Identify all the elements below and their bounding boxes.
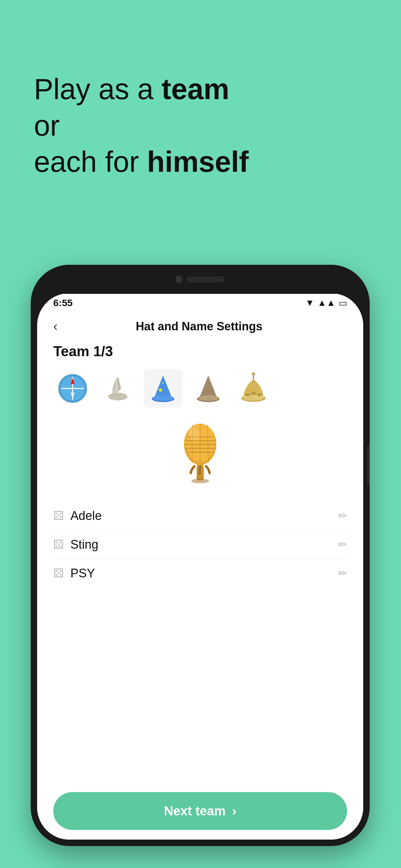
status-bar: 6:55 ▼ ▲▲ ▭ (37, 293, 363, 313)
hat-wizard-brown[interactable] (189, 369, 227, 408)
back-button[interactable]: ‹ (53, 319, 58, 334)
next-team-label: Next team (164, 804, 226, 818)
svg-rect-19 (258, 394, 260, 396)
svg-rect-17 (251, 392, 255, 394)
nav-title: Hat and Name Settings (64, 320, 334, 333)
player-item-sting: ⚄ Sting ✏ (53, 530, 347, 559)
svg-point-8 (152, 395, 174, 401)
player-name-psy: PSY (70, 566, 332, 580)
hat-bell-dome[interactable] (234, 369, 273, 408)
hat-feather[interactable] (98, 369, 137, 408)
svg-point-32 (191, 478, 209, 484)
player-item-psy: ⚄ PSY ✏ (53, 559, 347, 587)
phone-top-bar (31, 265, 370, 294)
next-team-button[interactable]: Next team › (53, 792, 347, 830)
svg-point-15 (252, 372, 255, 376)
hero-line3-bold: himself (147, 146, 249, 178)
hero-line-1: Play as a team (34, 71, 367, 107)
nav-header: ‹ Hat and Name Settings (53, 313, 347, 343)
edit-icon-sting[interactable]: ✏ (338, 538, 347, 551)
hero-line2-text: or (34, 110, 60, 142)
signal-icon: ▲▲ (318, 298, 335, 308)
screen-content: ‹ Hat and Name Settings Team 1/3 (37, 313, 363, 840)
svg-point-11 (197, 395, 219, 401)
phone-side-button (367, 445, 370, 485)
phone-wrapper: 6:55 ▼ ▲▲ ▭ ‹ Hat and Name Settings Team… (31, 265, 370, 868)
svg-point-13 (242, 394, 265, 401)
hat-compass[interactable] (53, 369, 92, 408)
hero-line-3: each for himself (34, 144, 367, 180)
svg-point-6 (108, 393, 127, 400)
speaker-bar (186, 276, 225, 282)
player-item-adele: ⚄ Adele ✏ (53, 501, 347, 530)
hero-line1-bold: team (161, 73, 229, 105)
status-icons: ▼ ▲▲ ▭ (305, 298, 347, 308)
hero-line1-text: Play as a (34, 73, 161, 105)
svg-point-9 (159, 389, 162, 392)
player-list: ⚄ Adele ✏ ⚄ Sting ✏ ⚄ PSY ✏ (53, 501, 347, 786)
wifi-icon: ▼ (305, 298, 314, 308)
player-name-sting: Sting (70, 538, 332, 552)
hat-wizard-blue[interactable] (144, 369, 182, 408)
edit-icon-adele[interactable]: ✏ (338, 509, 347, 522)
battery-icon: ▭ (339, 298, 347, 308)
hero-text-block: Play as a team or each for himself (34, 71, 367, 180)
edit-icon-psy[interactable]: ✏ (338, 567, 347, 580)
camera-dot (175, 276, 182, 283)
hero-line3-text: each for (34, 146, 147, 178)
team-label: Team 1/3 (53, 343, 347, 360)
hat-carousel[interactable] (53, 369, 347, 408)
status-time: 6:55 (53, 298, 73, 308)
hat-main-display (53, 417, 347, 489)
dice-icon-sting: ⚄ (53, 537, 64, 552)
svg-rect-18 (246, 394, 249, 396)
player-name-adele: Adele (70, 509, 332, 523)
dice-icon-adele: ⚄ (53, 508, 64, 523)
dice-icon-psy: ⚄ (53, 566, 64, 580)
phone-outer: 6:55 ▼ ▲▲ ▭ ‹ Hat and Name Settings Team… (31, 265, 370, 846)
phone-screen: 6:55 ▼ ▲▲ ▭ ‹ Hat and Name Settings Team… (37, 293, 363, 840)
next-team-chevron: › (232, 804, 236, 818)
hero-line-2: or (34, 107, 367, 144)
